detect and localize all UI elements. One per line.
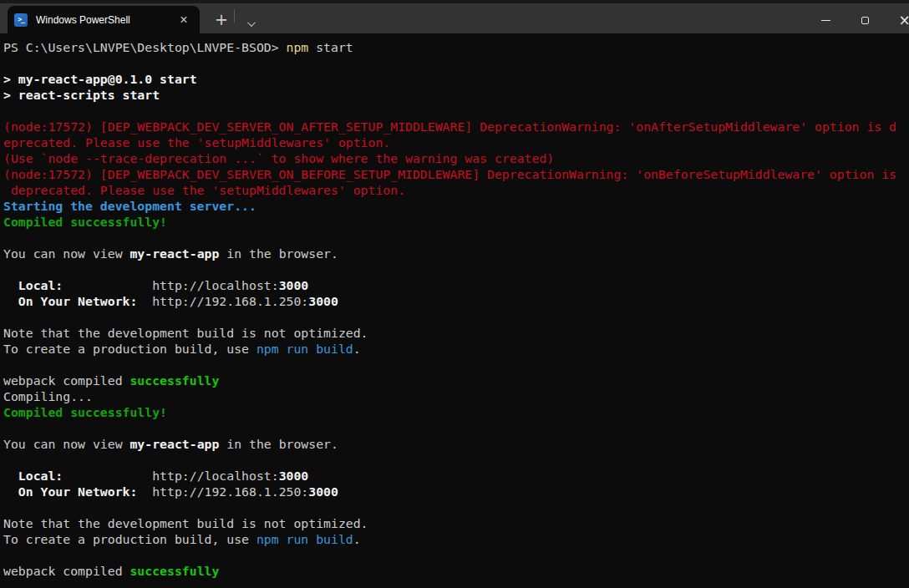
terminal-line: You can now view my-react-app in the bro… (3, 436, 909, 452)
terminal-text-segment: http://192.168.1.250: (137, 294, 308, 308)
terminal-text-segment: Local: (18, 278, 63, 292)
terminal-line (3, 309, 909, 325)
close-icon: × (898, 13, 909, 28)
terminal-text-segment: Compiled successfully! (3, 405, 167, 419)
terminal-line: Starting the development server... (3, 198, 909, 214)
terminal-text-segment: . (353, 342, 361, 356)
new-tab-button[interactable]: + (211, 10, 231, 28)
tab-title: Windows PowerShell (36, 14, 176, 26)
terminal-line: Note that the development build is not o… (3, 515, 909, 531)
terminal-line (3, 103, 909, 119)
terminal-line: Compiled successfully! (3, 404, 909, 420)
close-button[interactable]: × (885, 3, 909, 37)
terminal-line (3, 230, 909, 246)
terminal-text-segment: http://192.168.1.250: (137, 484, 308, 499)
terminal-text-segment: Note that the development build is not o… (3, 516, 368, 530)
maximize-button[interactable] (846, 3, 885, 37)
terminal-line: You can now view my-react-app in the bro… (3, 246, 909, 261)
terminal-text-segment: To create a production build, use (3, 342, 256, 356)
terminal-text-segment: npm run build (256, 342, 353, 356)
terminal-text-segment: 3000 (308, 294, 338, 308)
terminal-text-segment: > my-react-app@0.1.0 start (3, 72, 197, 86)
tab-bar-divider (234, 9, 235, 23)
terminal-text-segment (3, 294, 18, 308)
powershell-icon: >_ (14, 13, 28, 27)
terminal-line: > react-scripts start (3, 87, 909, 103)
terminal-line: Compiled successfully! (3, 214, 909, 230)
terminal-text-segment: Note that the development build is not o… (3, 326, 368, 340)
terminal-text-segment (3, 278, 18, 292)
terminal-text-segment (3, 484, 18, 499)
terminal-text-segment: http://localhost: (63, 469, 278, 483)
terminal-line (3, 261, 909, 277)
terminal-line: On Your Network: http://192.168.1.250:30… (3, 293, 909, 309)
terminal-text-segment: in the browser. (219, 437, 338, 451)
terminal-text-segment: > react-scripts start (3, 88, 160, 102)
terminal-text-segment: my-react-app (129, 437, 219, 451)
terminal-line (3, 499, 909, 515)
terminal-text-segment: Starting the development server... (3, 199, 256, 213)
terminal-text-segment: successfully (129, 373, 219, 388)
terminal-text-segment: You can now view (3, 437, 129, 451)
caption-buttons: × (806, 3, 909, 37)
terminal-line: webpack compiled successfully (3, 563, 909, 579)
terminal-text-segment: (node:17572) [DEP_WEBPACK_DEV_SERVER_ON_… (3, 119, 896, 134)
terminal-line (3, 357, 909, 373)
terminal-line: Compiling... (3, 388, 909, 404)
terminal-text-segment: To create a production build, use (3, 532, 256, 546)
terminal-text-segment: in the browser. (219, 246, 338, 261)
terminal-line: > my-react-app@0.1.0 start (3, 71, 909, 87)
terminal-line (3, 547, 909, 563)
maximize-icon (861, 17, 869, 24)
terminal-text-segment: . (353, 532, 361, 546)
terminal-text-segment: eprecated. Please use the 'setupMiddlewa… (3, 135, 390, 150)
titlebar[interactable]: >_ Windows PowerShell × + × (0, 0, 909, 33)
terminal-text-segment: Local: (18, 469, 63, 483)
terminal-line: Local: http://localhost:3000 (3, 468, 909, 484)
terminal-text-segment: You can now view (3, 246, 129, 261)
tab-close-icon[interactable]: × (176, 13, 191, 27)
chevron-down-icon (246, 18, 255, 27)
terminal-line (3, 55, 909, 71)
terminal-line: Note that the development build is not o… (3, 325, 909, 341)
terminal-text-segment: On Your Network: (18, 294, 138, 308)
tab-windows-powershell[interactable]: >_ Windows PowerShell × (8, 6, 200, 33)
terminal-line (3, 452, 909, 468)
terminal-text-segment (3, 469, 18, 483)
terminal-line: (node:17572) [DEP_WEBPACK_DEV_SERVER_ON_… (3, 166, 909, 182)
terminal-text-segment: Compiled successfully! (3, 215, 167, 229)
terminal-text-segment: Compiling... (3, 389, 93, 403)
terminal-line: deprecated. Please use the 'setupMiddlew… (3, 182, 909, 198)
terminal-line: Local: http://localhost:3000 (3, 277, 909, 293)
terminal-text-segment: http://localhost: (63, 278, 278, 292)
terminal-line: On Your Network: http://192.168.1.250:30… (3, 484, 909, 499)
terminal-text-segment: PS C:\Users\LNVPE\Desktop\LNVPE-BSOD> (3, 40, 287, 54)
terminal-text-segment: webpack compiled (3, 373, 129, 388)
minimize-button[interactable] (806, 3, 846, 37)
terminal-text-segment: npm (287, 40, 309, 54)
terminal-line: To create a production build, use npm ru… (3, 341, 909, 357)
terminal-text-segment: 3000 (279, 469, 309, 483)
terminal-text-segment: On Your Network: (18, 484, 138, 499)
terminal-text-segment: (Use `node --trace-deprecation ...` to s… (3, 151, 554, 165)
minimize-icon (821, 20, 830, 21)
tab-dropdown-button[interactable] (241, 21, 259, 27)
terminal-line: (node:17572) [DEP_WEBPACK_DEV_SERVER_ON_… (3, 119, 909, 134)
terminal-text-segment: 3000 (308, 484, 338, 499)
terminal-text-segment: successfully (129, 564, 219, 578)
terminal-text-segment: webpack compiled (3, 564, 129, 578)
terminal-line: PS C:\Users\LNVPE\Desktop\LNVPE-BSOD> np… (3, 39, 909, 55)
terminal-text-segment: (node:17572) [DEP_WEBPACK_DEV_SERVER_ON_… (3, 167, 896, 181)
terminal-line: To create a production build, use npm ru… (3, 531, 909, 547)
terminal-text-segment: 3000 (279, 278, 309, 292)
terminal-line: webpack compiled successfully (3, 373, 909, 388)
terminal-text-segment: my-react-app (129, 246, 219, 261)
terminal-viewport[interactable]: PS C:\Users\LNVPE\Desktop\LNVPE-BSOD> np… (0, 33, 909, 588)
terminal-line (3, 420, 909, 436)
terminal-text-segment: npm run build (256, 532, 353, 546)
terminal-window: >_ Windows PowerShell × + × PS C:\Users\… (0, 0, 909, 588)
terminal-text-segment: start (308, 40, 353, 54)
tab-bar: >_ Windows PowerShell × + (0, 3, 259, 33)
terminal-line: eprecated. Please use the 'setupMiddlewa… (3, 134, 909, 150)
terminal-line: (Use `node --trace-deprecation ...` to s… (3, 150, 909, 166)
